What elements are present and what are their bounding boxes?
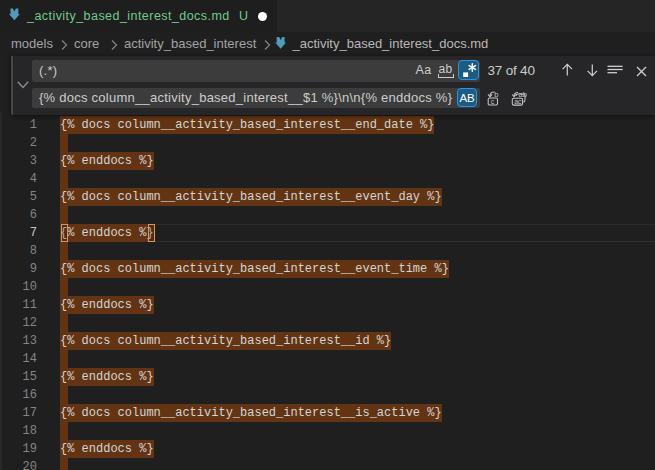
svg-text:c: c: [490, 97, 494, 104]
svg-text:ac: ac: [514, 97, 522, 104]
svg-text:b: b: [494, 90, 498, 99]
